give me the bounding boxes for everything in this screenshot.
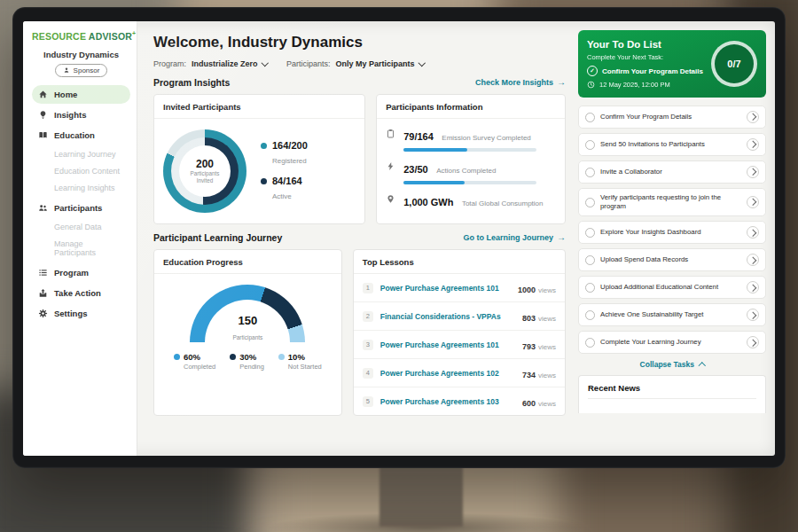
task-checkbox[interactable] <box>585 255 595 265</box>
legend-item: 84/164 Active <box>261 176 308 202</box>
lesson-rank: 4 <box>363 368 373 379</box>
task-checkbox[interactable] <box>585 113 595 122</box>
sidebar-item-take-action[interactable]: Take Action <box>32 284 130 302</box>
program-insights-header: Program Insights Check More Insights → <box>153 77 566 88</box>
legend-value: 164/200 <box>272 140 308 151</box>
task-checkbox[interactable] <box>585 198 595 207</box>
task-item[interactable]: Upload Additional Educational Content <box>578 276 766 299</box>
task-checkbox[interactable] <box>585 140 595 150</box>
sidebar-item-learning-insights[interactable]: Learning Insights <box>32 180 130 197</box>
sidebar-item-insights[interactable]: Insights <box>32 106 130 124</box>
task-checkbox[interactable] <box>585 310 595 320</box>
task-label: Confirm Your Program Details <box>600 113 741 121</box>
progress-fill <box>403 148 467 152</box>
chevron-right-icon[interactable] <box>747 309 759 321</box>
todo-summary-card: Your To Do List Complete Your Next Task:… <box>578 30 766 98</box>
task-item[interactable]: Explore Your Insights Dashboard <box>578 221 766 244</box>
sidebar-item-general-data[interactable]: General Data <box>32 219 130 236</box>
task-item[interactable]: Send 50 Invitations to Participants <box>578 133 766 156</box>
task-checkbox[interactable] <box>585 168 595 177</box>
chevron-right-icon[interactable] <box>747 336 759 348</box>
task-item[interactable]: Invite a Collaborator <box>578 160 766 184</box>
lesson-link[interactable]: Power Purchase Agreements 101 <box>380 340 515 349</box>
progress-bar <box>403 148 536 152</box>
sidebar-item-manage-participants[interactable]: Manage Participants <box>32 236 130 262</box>
sidebar-item-education[interactable]: Education <box>32 126 130 145</box>
task-item[interactable]: Upload Spend Data Records <box>578 248 766 271</box>
dashboard-screen: RESOURCE ADVISOR+ Industry Dynamics Spon… <box>23 21 775 456</box>
chevron-right-icon[interactable] <box>747 138 759 151</box>
donut-center-value: 200 <box>196 158 214 170</box>
lesson-views: 1000views <box>518 280 556 296</box>
task-checkbox[interactable] <box>585 283 595 293</box>
gauge-center-value: 150 <box>190 315 305 327</box>
chevron-right-icon[interactable] <box>747 166 759 178</box>
stat-value: 1,000 GWh <box>403 197 453 207</box>
lesson-row[interactable]: 5 Power Purchase Agreements 103 600views <box>354 387 565 415</box>
sidebar-item-label: Participants <box>54 203 102 213</box>
chevron-down-icon <box>261 59 268 66</box>
gauge-center: 150 Participants <box>190 315 305 343</box>
go-to-learning-journey-link[interactable]: Go to Learning Journey → <box>463 233 566 242</box>
program-select[interactable]: Industrialize Zero <box>192 59 267 68</box>
lesson-rank: 2 <box>363 311 373 322</box>
people-icon <box>38 203 48 213</box>
donut-chart: 200 Participants Invited <box>163 129 246 213</box>
logo-text-resource: RESOURCE <box>32 31 86 42</box>
task-checkbox[interactable] <box>585 228 595 238</box>
task-item[interactable]: Achieve One Sustainability Target <box>578 303 766 326</box>
sidebar-item-participants[interactable]: Participants <box>32 199 130 217</box>
task-label: Upload Additional Educational Content <box>600 283 741 292</box>
chevron-right-icon[interactable] <box>747 254 759 266</box>
sidebar-item-settings[interactable]: Settings <box>32 304 130 323</box>
sidebar-item-home[interactable]: Home <box>32 85 130 104</box>
lesson-link[interactable]: Power Purchase Agreements 102 <box>380 369 515 378</box>
stat-value: 79/164 <box>403 131 434 142</box>
task-item[interactable]: Complete Your Learning Journey <box>578 331 766 354</box>
chevron-right-icon[interactable] <box>747 196 759 208</box>
lightning-icon <box>386 160 396 184</box>
stat-actions-completed: 23/50 Actions Completed <box>386 160 556 184</box>
task-checkbox[interactable] <box>585 338 595 348</box>
task-item[interactable]: Confirm Your Program Details <box>578 106 766 129</box>
lesson-row[interactable]: 1 Power Purchase Agreements 101 1000view… <box>354 274 565 302</box>
legend-label: Pending <box>239 363 264 371</box>
lesson-row[interactable]: 3 Power Purchase Agreements 101 793views <box>354 331 565 359</box>
gauge-chart: 150 Participants <box>190 285 305 343</box>
collapse-tasks-button[interactable]: Collapse Tasks <box>578 360 766 369</box>
donut-inner-ring: 200 Participants Invited <box>171 137 239 205</box>
stat-label: Actions Completed <box>436 167 496 175</box>
stat-emission-survey: 79/164 Emission Survey Completed <box>386 128 556 152</box>
education-progress-card: Education Progress 150 Participants <box>153 249 342 416</box>
chevron-right-icon[interactable] <box>747 111 759 123</box>
todo-summary-left: Your To Do List Complete Your Next Task:… <box>587 39 703 89</box>
todo-title: Your To Do List <box>587 39 703 50</box>
program-insights-cards: Invited Participants 200 Participants In… <box>153 94 566 224</box>
chevron-right-icon[interactable] <box>747 226 759 239</box>
participants-select-value: Only My Participants <box>336 59 415 68</box>
sidebar-item-label: Program <box>54 268 89 278</box>
lesson-row[interactable]: 2 Financial Considerations - VPPAs 803vi… <box>354 302 565 331</box>
clipboard-icon <box>386 128 396 152</box>
sidebar: RESOURCE ADVISOR+ Industry Dynamics Spon… <box>23 21 137 456</box>
sidebar-item-learning-journey[interactable]: Learning Journey <box>32 146 130 163</box>
sidebar-item-program[interactable]: Program <box>32 263 130 282</box>
task-item[interactable]: Verify participants requesting to join t… <box>578 188 766 216</box>
lesson-link[interactable]: Financial Considerations - VPPAs <box>380 312 515 321</box>
logo-plus: + <box>132 30 136 36</box>
participants-select[interactable]: Only My Participants <box>336 59 425 68</box>
card-title: Invited Participants <box>154 95 364 119</box>
stat-value: 23/50 <box>403 164 428 175</box>
lesson-row[interactable]: 4 Power Purchase Agreements 102 734views <box>354 359 565 387</box>
todo-next-task: ✓ Confirm Your Program Details <box>587 66 703 76</box>
legend-item: 164/200 Registered <box>261 140 308 167</box>
donut-center: 200 Participants Invited <box>179 145 231 197</box>
sidebar-item-education-content[interactable]: Education Content <box>32 163 130 180</box>
check-more-insights-link[interactable]: Check More Insights → <box>475 78 566 87</box>
sidebar-item-label: Education <box>54 130 95 140</box>
lesson-link[interactable]: Power Purchase Agreements 101 <box>380 284 511 293</box>
app-logo: RESOURCE ADVISOR+ <box>32 30 130 42</box>
donut-center-label: Participants Invited <box>185 170 224 184</box>
chevron-right-icon[interactable] <box>747 281 759 293</box>
lesson-link[interactable]: Power Purchase Agreements 103 <box>380 397 515 406</box>
